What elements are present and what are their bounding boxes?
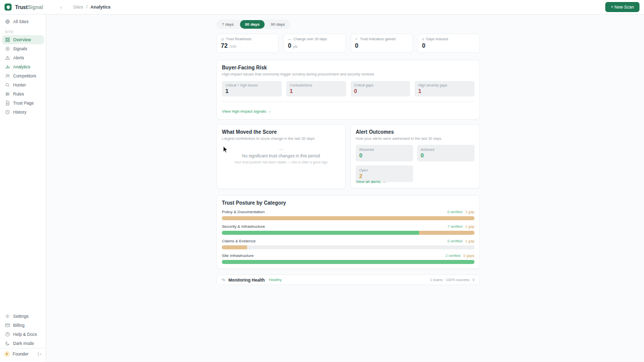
alert-box-label: Actioned [421,148,471,151]
stat-value: 0 [288,42,291,49]
sidebar-item-label: Trust Page [13,101,34,106]
alert-outcomes-card: Alert Outcomes How your alerts were addr… [350,124,480,189]
sidebar-item-signals[interactable]: Signals [2,44,44,53]
search-icon [5,82,10,87]
alert-box-resolved: Resolved 0 [356,145,413,161]
stat-suffix: /100 [229,45,236,48]
sidebar-item-trust-page[interactable]: Trust Page [2,99,44,108]
stat-trust-readiness: ◎ Trust Readiness 72 /100 [216,34,279,53]
sidebar-item-label: Help & Docs [13,332,37,337]
breadcrumb-parent[interactable]: Sites [73,5,83,10]
sidebar-collapse-icon[interactable]: ‹ [60,4,62,10]
sidebar-item-overview[interactable]: Overview [2,35,44,44]
card-subtitle: Largest contributors to score change in … [222,136,340,141]
view-high-impact-signals-link[interactable]: View high-impact signals → [222,109,271,114]
stat-cards: ◎ Trust Readiness 72 /100 — Change over … [216,34,480,53]
sidebar-item-analytics[interactable]: Analytics [2,62,44,71]
warning-triangle-icon [5,55,10,60]
posture-progress-bar [222,231,474,235]
brand-logo-icon [5,4,12,11]
posture-row-claims-evidence: Claims & Evidence 0 verified1 gap [222,239,474,249]
sidebar-item-hunter[interactable]: Hunter [2,80,44,89]
alert-box-label: Resolved [359,148,410,151]
tab-7-days[interactable]: 7 days [217,20,239,29]
chevron-down-icon[interactable]: ∨ [472,278,475,282]
empty-dash: — [217,147,345,151]
new-scan-button[interactable]: + New Scan [605,2,639,12]
sidebar-item-alerts[interactable]: Alerts [2,53,44,62]
what-moved-score-card: What Moved the Score Largest contributor… [216,124,346,189]
card-title: What Moved the Score [222,129,340,135]
alert-box-value: 0 [421,152,471,158]
sidebar-item-label: Settings [13,314,29,319]
sidebar-item-history[interactable]: History [2,108,44,117]
avatar: F [4,351,10,357]
logout-icon[interactable] [37,352,42,356]
risk-box-label: Critical + high issues [225,83,278,87]
sidebar-section-label: SITE [0,26,46,35]
card-subtitle: High-impact issues that commonly trigger… [222,72,474,76]
breadcrumb-current: Analytics [91,5,111,10]
stat-suffix: pts [293,45,297,48]
topbar: TrustSignal ‹ Sites / Analytics + New Sc… [0,0,644,15]
sidebar-item-settings[interactable]: Settings [2,312,44,321]
moon-icon [5,341,10,346]
stat-label: Trust indicators gained [360,37,395,41]
bar-segment-green [222,231,419,235]
risk-box-critical-high: Critical + high issues 1 [222,81,282,97]
monitoring-title: Monitoring Health [228,278,265,283]
bar-segment-gray [247,245,474,249]
posture-label: Policy & Documentation [222,210,265,214]
sidebar-item-all-sites[interactable]: All Sites [2,17,44,26]
user-account-row[interactable]: F Founder [0,348,46,361]
sidebar-item-help-docs[interactable]: Help & Docs [2,330,44,339]
sidebar-item-label: History [13,110,26,115]
breadcrumb: Sites / Analytics [73,5,111,10]
sidebar-item-rules[interactable]: Rules [2,89,44,99]
risk-box-value: 1 [225,88,278,94]
sidebar-item-label: Billing [13,323,25,328]
bar-segment-amber [222,216,474,220]
empty-title: No significant trust changes in this per… [217,153,345,158]
main-content: 7 days 30 days 90 days ◎ Trust Readiness… [46,15,644,362]
posture-row-site-infrastructure: Site Infrastructure 2 verified0 gaps [222,253,474,264]
sidebar-item-label: Analytics [13,64,30,69]
stat-value: 0 [422,42,426,49]
globe-icon [5,19,10,24]
posture-row-security-infrastructure: Security & Infrastructure 7 verified1 ga… [222,224,474,235]
monitoring-health-bar[interactable]: Monitoring Health Healthy 1 scans · 100%… [216,275,480,285]
stat-change-30-days: — Change over 30 days 0 pts [283,34,346,53]
clock-icon [5,110,10,115]
monitoring-summary: 1 scans · 100% success [430,278,469,282]
card-subtitle: How your alerts were addressed in the la… [356,136,474,141]
tab-90-days[interactable]: 90 days [266,20,290,29]
tab-30-days[interactable]: 30 days [240,20,265,29]
alert-box-value: 0 [359,152,410,158]
alert-box-value: 2 [359,173,410,179]
gap-count: 0 gaps [463,253,474,258]
buyer-facing-risk-card: Buyer-Facing Risk High-impact issues tha… [216,60,480,120]
target-icon: ◎ [221,37,224,41]
sidebar-item-billing[interactable]: Billing [2,321,44,330]
pulse-icon [221,278,226,282]
stat-value: 72 [221,42,227,49]
gap-count: 1 gap [465,239,474,243]
radio-circle-icon [5,46,10,51]
plus-minus-icon: ± [422,37,424,41]
posture-label: Security & Infrastructure [222,224,265,229]
risk-box-label: Contradictions [290,83,343,87]
sidebar-item-competitors[interactable]: Competitors [2,71,44,80]
breadcrumb-separator: / [86,5,88,10]
view-all-alerts-link[interactable]: View all alerts → [356,179,385,184]
risk-box-high-severity-gaps: High severity gaps 1 [415,81,474,97]
verified-count: 0 verified [447,210,462,214]
card-title: Buyer-Facing Risk [222,65,474,70]
bar-segment-amber [419,231,474,235]
bar-chart-icon [5,64,10,69]
risk-box-critical-gaps: Critical gaps 0 [351,81,411,97]
risk-box-contradictions: Contradictions 1 [286,81,346,97]
gap-count: 1 gap [465,210,474,214]
posture-progress-bar [222,216,474,220]
sidebar-item-label: Hunter [13,82,26,87]
sidebar-item-dark-mode[interactable]: Dark mode [2,339,44,348]
